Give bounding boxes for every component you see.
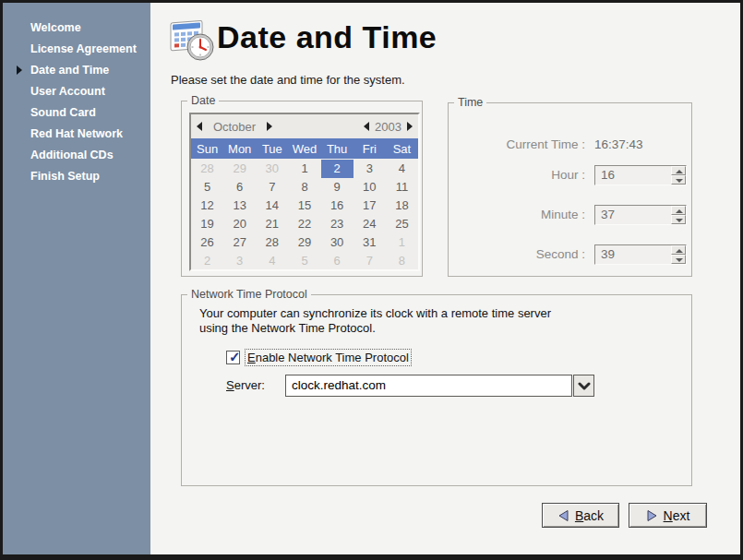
minute-row: Minute :37 (449, 205, 691, 225)
arrow-down-icon (676, 258, 683, 262)
spin-down-button[interactable] (671, 175, 686, 185)
calendar-day[interactable]: 30 (256, 160, 288, 178)
enable-ntp-label[interactable]: Enable Network Time Protocol (245, 349, 412, 366)
weekday-label: Sun (191, 142, 223, 156)
server-combobox-dropdown-button[interactable] (573, 375, 594, 397)
calendar-day[interactable]: 4 (386, 160, 418, 178)
time-group-label: Time (454, 96, 486, 109)
arrow-up-icon (676, 170, 683, 173)
calendar-day[interactable]: 4 (256, 252, 288, 270)
sidebar-item-user-account: User Account (3, 81, 150, 102)
weekday-label: Sat (386, 142, 418, 156)
spinner-label: Second : (449, 244, 585, 265)
page-subtitle: Please set the date and time for the sys… (171, 73, 405, 87)
calendar-nav-bar: October 2003 (191, 114, 418, 138)
next-year-icon[interactable] (407, 122, 413, 131)
ntp-checkbox-row: ✓ Enable Network Time Protocol (226, 349, 412, 365)
server-combobox-entry[interactable]: clock.redhat.com (285, 375, 572, 397)
spinbox-value: 16 (601, 166, 615, 185)
spin-buttons (671, 206, 686, 224)
calendar-day[interactable]: 3 (354, 160, 386, 178)
server-combobox-value: clock.redhat.com (292, 378, 386, 392)
calendar-day[interactable]: 12 (191, 197, 223, 215)
calendar-day[interactable]: 5 (191, 178, 223, 197)
spin-down-button[interactable] (671, 215, 686, 224)
date-groupbox: Date October 2003 SunMonTueWedThuFriSat … (181, 101, 423, 277)
calendar-day[interactable]: 21 (256, 215, 288, 233)
back-button[interactable]: Back (542, 503, 619, 528)
enable-ntp-checkbox[interactable]: ✓ (226, 351, 240, 364)
spinbox-value: 37 (601, 206, 615, 224)
calendar-day[interactable]: 31 (354, 233, 386, 252)
calendar-day[interactable]: 25 (386, 215, 418, 233)
current-time-value: 16:37:43 (594, 135, 643, 155)
calendar-day[interactable]: 24 (354, 215, 386, 233)
calendar-day[interactable]: 28 (191, 160, 223, 178)
spin-up-button[interactable] (671, 166, 686, 175)
calendar-day-selected[interactable]: 2 (321, 160, 354, 178)
calendar-day[interactable]: 2 (191, 252, 223, 270)
weekday-label: Mon (223, 142, 256, 156)
spin-up-button[interactable] (671, 206, 686, 215)
calendar-day[interactable]: 29 (223, 160, 256, 178)
arrow-down-icon (676, 179, 683, 183)
calendar-day[interactable]: 9 (321, 178, 354, 197)
prev-year-icon[interactable] (364, 122, 369, 131)
calendar-day[interactable]: 17 (354, 197, 386, 215)
next-button[interactable]: Next (629, 503, 707, 528)
calendar-day[interactable]: 26 (191, 233, 223, 252)
checkmark-icon: ✓ (229, 349, 241, 365)
calendar-day[interactable]: 20 (223, 215, 256, 233)
calendar-day[interactable]: 22 (288, 215, 320, 233)
back-button-label: Back (575, 508, 604, 523)
calendar-day[interactable]: 18 (386, 197, 418, 215)
weekday-label: Wed (288, 142, 320, 156)
calendar-day[interactable]: 7 (256, 178, 288, 197)
calendar-day[interactable]: 11 (386, 178, 418, 197)
next-arrow-icon (646, 509, 658, 522)
calendar-day[interactable]: 6 (321, 252, 354, 270)
ntp-description-line1: Your computer can synchronize its clock … (199, 306, 551, 320)
spin-buttons (671, 245, 686, 264)
calendar-day[interactable]: 16 (321, 197, 354, 215)
hour-spinbox[interactable]: 16 (594, 165, 687, 185)
ntp-groupbox: Network Time Protocol Your computer can … (181, 294, 692, 486)
calendar-day[interactable]: 1 (386, 233, 418, 252)
page-title: Date and Time (217, 19, 437, 55)
calendar-day[interactable]: 7 (354, 252, 386, 270)
calendar-day[interactable]: 1 (288, 160, 320, 178)
time-groupbox: Time Current Time : 16:37:43 Hour :16Min… (448, 102, 692, 277)
calendar-day[interactable]: 30 (321, 233, 354, 252)
calendar-day[interactable]: 23 (321, 215, 354, 233)
calendar-day[interactable]: 19 (191, 215, 223, 233)
calendar-weekday-header: SunMonTueWedThuFriSat (191, 138, 418, 159)
calendar-day[interactable]: 28 (256, 233, 288, 252)
second-row: Second :39 (449, 244, 691, 265)
calendar-day[interactable]: 13 (223, 197, 256, 215)
spinner-label: Minute : (449, 205, 585, 225)
sidebar-step-list: WelcomeLicense AgreementDate and TimeUse… (3, 18, 150, 187)
second-spinbox[interactable]: 39 (594, 244, 687, 265)
calendar-widget[interactable]: October 2003 SunMonTueWedThuFriSat 28293… (189, 113, 420, 271)
sidebar-item-red-hat-network: Red Hat Network (3, 124, 150, 145)
calendar-day[interactable]: 5 (288, 252, 320, 270)
calendar-day[interactable]: 6 (223, 178, 256, 197)
arrow-up-icon (676, 249, 683, 253)
spin-buttons (671, 166, 686, 185)
calendar-day[interactable]: 15 (288, 197, 320, 215)
spin-down-button[interactable] (671, 255, 686, 264)
spin-up-button[interactable] (671, 245, 686, 255)
calendar-day[interactable]: 8 (386, 252, 418, 270)
calendar-day[interactable]: 14 (256, 197, 288, 215)
next-month-icon[interactable] (267, 122, 272, 131)
calendar-day[interactable]: 10 (354, 178, 386, 197)
calendar-day[interactable]: 3 (223, 252, 256, 270)
weekday-label: Tue (256, 142, 288, 156)
calendar-day[interactable]: 27 (223, 233, 256, 252)
weekday-label: Thu (321, 142, 354, 156)
calendar-day[interactable]: 29 (288, 233, 320, 252)
calendar-day[interactable]: 8 (288, 178, 320, 197)
prev-month-icon[interactable] (197, 122, 202, 131)
minute-spinbox[interactable]: 37 (594, 205, 687, 225)
sidebar-item-license-agreement: License Agreement (3, 39, 150, 60)
